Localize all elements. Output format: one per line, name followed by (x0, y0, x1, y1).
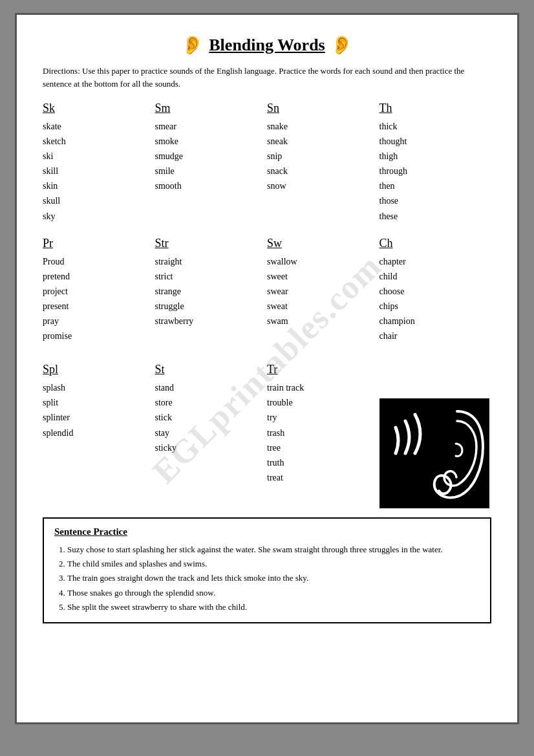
list-item: swam (267, 314, 373, 329)
section-ch: Ch chapter child choose chips champion c… (379, 237, 492, 357)
section-tr: Tr train track trouble try trash tree tr… (267, 363, 379, 498)
word-list-st: stand store stick stay sticky (155, 380, 261, 455)
list-item: these (379, 209, 486, 224)
list-item: train track (267, 380, 373, 395)
ear-left-icon: 👂 (181, 34, 204, 56)
list-item: smooth (155, 178, 261, 193)
section-header-tr: Tr (267, 363, 373, 376)
ear-graphic (379, 398, 489, 508)
word-list-sn: snake sneak snip snack snow (267, 119, 373, 193)
list-item: snack (267, 164, 373, 178)
section-pr: Pr Proud pretend project present pray pr… (43, 237, 155, 357)
bottom-row: Spl splash split splinter splendid St st… (43, 363, 491, 508)
list-item: swear (267, 284, 373, 299)
list-item: thigh (379, 149, 486, 164)
list-item: split (43, 395, 149, 410)
sentence-item: The child smiles and splashes and swims. (67, 557, 480, 571)
list-item: those (379, 193, 486, 208)
list-item: champion (379, 314, 486, 329)
list-item: smear (155, 119, 261, 134)
ear-right-icon: 👂 (330, 34, 353, 56)
section-header-sk: Sk (43, 102, 149, 115)
list-item: splendid (43, 426, 149, 440)
list-item: chapter (379, 254, 486, 269)
list-item: splinter (43, 410, 149, 425)
list-item: ski (43, 149, 149, 164)
list-item: snow (267, 178, 373, 193)
word-list-sw: swallow sweet swear sweat swam (267, 254, 373, 329)
list-item: sky (43, 209, 149, 224)
list-item: swallow (267, 254, 373, 269)
list-item: truth (267, 455, 373, 470)
word-list-sk: skate sketch ski skill skin skull sky (43, 119, 149, 224)
word-list-th: thick thought thigh through then those t… (379, 119, 486, 224)
word-list-tr: train track trouble try trash tree truth… (267, 380, 373, 485)
list-item: struggle (155, 299, 261, 314)
list-item: store (155, 395, 261, 410)
sentence-practice-box: Sentence Practice Suzy chose to start sp… (43, 517, 491, 623)
list-item: skate (43, 119, 149, 134)
section-st: St stand store stick stay sticky (155, 363, 268, 468)
list-item: pretend (43, 269, 149, 284)
section-header-th: Th (379, 102, 486, 115)
list-item: through (379, 164, 486, 178)
list-item: project (43, 284, 149, 299)
word-list-pr: Proud pretend project present pray promi… (43, 254, 149, 344)
page: 👂 Blending Words 👂 Directions: Use this … (15, 13, 519, 724)
list-item: skill (43, 164, 149, 178)
list-item: sweet (267, 269, 373, 284)
list-item: smudge (155, 149, 261, 164)
list-item: snip (267, 149, 373, 164)
list-item: choose (379, 284, 486, 299)
title-area: 👂 Blending Words 👂 (43, 34, 491, 56)
ear-svg (383, 402, 486, 505)
section-spl: Spl splash split splinter splendid (43, 363, 155, 453)
section-header-pr: Pr (43, 237, 149, 250)
section-header-st: St (155, 363, 261, 376)
list-item: present (43, 299, 149, 314)
section-th: Th thick thought thigh through then thos… (379, 102, 492, 237)
section-header-str: Str (155, 237, 261, 250)
list-item: skull (43, 193, 149, 208)
section-sk: Sk skate sketch ski skill skin skull sky (43, 102, 155, 237)
word-list-ch: chapter child choose chips champion chai… (379, 254, 486, 344)
section-header-ch: Ch (379, 237, 486, 250)
sentence-practice-title: Sentence Practice (54, 526, 480, 537)
list-item: splash (43, 380, 149, 395)
section-sw: Sw swallow sweet swear sweat swam (267, 237, 379, 357)
sentence-item: Those snakes go through the splendid sno… (67, 586, 480, 600)
list-item: stick (155, 410, 261, 425)
list-item: trouble (267, 395, 373, 410)
word-list-spl: splash split splinter splendid (43, 380, 149, 440)
list-item: smoke (155, 134, 261, 149)
section-header-sm: Sm (155, 102, 261, 115)
list-item: smile (155, 164, 261, 178)
sentence-item: She split the sweet strawberry to share … (67, 600, 480, 614)
list-item: sketch (43, 134, 149, 149)
list-item: chips (379, 299, 486, 314)
list-item: treat (267, 470, 373, 485)
list-item: try (267, 410, 373, 425)
sentence-list: Suzy chose to start splashing her stick … (54, 543, 480, 614)
list-item: tree (267, 440, 373, 455)
sentence-item: The train goes straight down the track a… (67, 571, 480, 585)
section-header-sn: Sn (267, 102, 373, 115)
list-item: promise (43, 329, 149, 343)
list-item: sneak (267, 134, 373, 149)
list-item: thought (379, 134, 486, 149)
list-item: skin (43, 178, 149, 193)
list-item: strawberry (155, 314, 261, 329)
list-item: straight (155, 254, 261, 269)
list-item: then (379, 178, 486, 193)
list-item: snake (267, 119, 373, 134)
word-list-str: straight strict strange struggle strawbe… (155, 254, 261, 329)
list-item: stay (155, 426, 261, 440)
list-item: trash (267, 426, 373, 440)
list-item: sweat (267, 299, 373, 314)
list-item: stand (155, 380, 261, 395)
section-header-sw: Sw (267, 237, 373, 250)
list-item: pray (43, 314, 149, 329)
list-item: Proud (43, 254, 149, 269)
page-title: Blending Words (209, 36, 325, 55)
ear-image-container (379, 363, 492, 508)
